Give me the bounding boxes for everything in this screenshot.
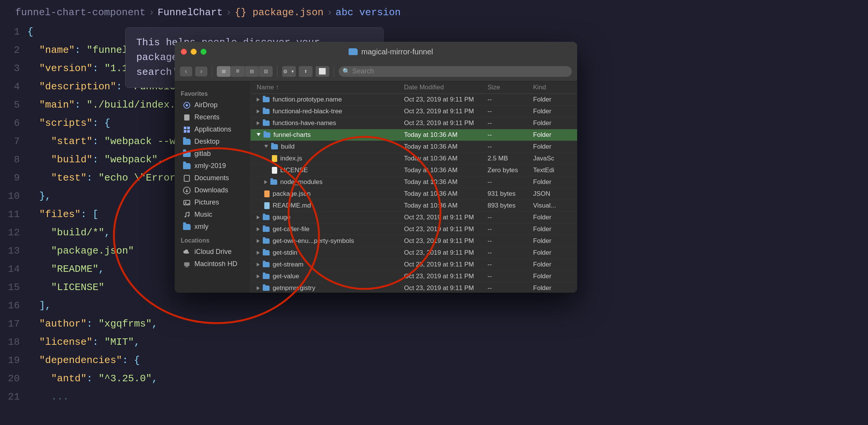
sidebar-item-downloads[interactable]: Downloads <box>177 184 248 196</box>
breadcrumb-part-2: FunnelChart <box>158 7 223 18</box>
sidebar-item-music[interactable]: Music <box>177 209 248 220</box>
sidebar-item-airdrop[interactable]: AirDrop <box>177 99 248 111</box>
file-row-build[interactable]: build Today at 10:36 AM -- Folder <box>251 141 577 153</box>
xmly-folder-icon <box>183 223 191 231</box>
file-row-get-value[interactable]: get-value Oct 23, 2019 at 9:11 PM -- Fol… <box>251 271 577 282</box>
gitlab-folder-icon <box>183 150 191 158</box>
file-row-functional-red-black-tree[interactable]: functional-red-black-tree Oct 23, 2019 a… <box>251 106 577 117</box>
favorites-section-title: Favorites <box>175 89 250 99</box>
title-bar: magical-mirror-funnel <box>175 42 577 62</box>
sidebar-item-desktop[interactable]: Desktop <box>177 136 248 147</box>
music-icon <box>183 211 191 219</box>
column-view-button[interactable]: ⊟ <box>245 66 259 77</box>
applications-icon <box>183 126 191 133</box>
file-list: Name ↑ Date Modified Size Kind function.… <box>251 81 577 293</box>
file-row-getnpmregistry[interactable]: getnpmregistry Oct 23, 2019 at 9:11 PM -… <box>251 282 577 293</box>
folder-icon <box>263 97 270 102</box>
toolbar-separator-1 <box>212 66 212 77</box>
file-row-readme-md[interactable]: README.md Today at 10:36 AM 893 bytes Vi… <box>251 200 577 212</box>
view-controls: ⊞ ≡ ⊟ ⊡ <box>217 66 273 77</box>
grid-view-button[interactable]: ⊞ <box>217 66 230 77</box>
file-row-functions-have-names[interactable]: functions-have-names Oct 23, 2019 at 9:1… <box>251 117 577 129</box>
folder-icon <box>263 227 270 232</box>
svg-point-6 <box>185 201 186 203</box>
expand-triangle <box>257 286 260 290</box>
file-row-license[interactable]: LICENSE Today at 10:36 AM Zero bytes Tex… <box>251 165 577 176</box>
toolbar-separator-3 <box>334 66 334 77</box>
svg-rect-3 <box>184 175 189 181</box>
sidebar-label-gitlab: gitlab <box>194 150 211 158</box>
maximize-button[interactable] <box>200 49 207 55</box>
minimize-button[interactable] <box>191 49 197 55</box>
code-line-16: 16 ], <box>0 297 289 315</box>
sidebar-label-xmly2019: xmly-2019 <box>194 162 226 170</box>
search-bar[interactable]: 🔍 <box>339 66 572 77</box>
file-row-get-stream[interactable]: get-stream Oct 23, 2019 at 9:11 PM -- Fo… <box>251 259 577 271</box>
sidebar-label-desktop: Desktop <box>194 138 219 146</box>
svg-point-7 <box>185 216 186 217</box>
toolbar-separator-2 <box>277 66 278 77</box>
sidebar-label-airdrop: AirDrop <box>194 101 218 109</box>
locations-section-title: Locations <box>175 236 250 246</box>
col-date: Date Modified <box>404 84 488 91</box>
sidebar-label-macintosh-hd: Macintosh HD <box>194 260 237 268</box>
airdrop-icon <box>183 101 191 109</box>
file-row-node-modules[interactable]: node_modules Today at 10:36 AM -- Folder <box>251 176 577 188</box>
file-list-header: Name ↑ Date Modified Size Kind <box>251 81 577 94</box>
sidebar-label-downloads: Downloads <box>194 186 228 194</box>
file-row-gauge[interactable]: gauge Oct 23, 2019 at 9:11 PM -- Folder <box>251 212 577 224</box>
sidebar-label-recents: Recents <box>194 113 219 121</box>
window-title-text: magical-mirror-funnel <box>361 48 433 56</box>
file-row-funnel-charts[interactable]: funnel-charts Today at 10:36 AM -- Folde… <box>251 129 577 141</box>
sidebar-item-recents[interactable]: Recents <box>177 111 248 123</box>
file-row-index-js[interactable]: index.js Today at 10:36 AM 2.5 MB JavaSc <box>251 153 577 165</box>
col-size: Size <box>488 84 533 91</box>
file-row-package-json[interactable]: package.json Today at 10:36 AM 931 bytes… <box>251 188 577 200</box>
desktop-folder-icon <box>183 138 191 146</box>
sidebar-item-icloud[interactable]: iCloud Drive <box>177 246 248 258</box>
sidebar-item-gitlab[interactable]: gitlab <box>177 148 248 160</box>
col-kind: Kind <box>533 84 571 91</box>
folder-icon <box>263 109 270 114</box>
license-file-icon <box>272 167 277 174</box>
sidebar-item-documents[interactable]: Documents <box>177 172 248 184</box>
code-line-18: 18 "license": "MIT", <box>0 333 289 351</box>
gallery-view-button[interactable]: ⊡ <box>259 66 273 77</box>
sidebar-item-pictures[interactable]: Pictures <box>177 197 248 208</box>
sidebar-item-xmly[interactable]: xmly <box>177 221 248 233</box>
col-name: Name ↑ <box>257 84 404 91</box>
expand-triangle <box>257 227 260 231</box>
json-file-icon <box>264 190 270 197</box>
file-row-get-own-enumerable-property-symbols[interactable]: get-own-enu...perty-symbols Oct 23, 2019… <box>251 235 577 247</box>
share-button[interactable]: ⬆ <box>299 66 312 77</box>
expand-triangle <box>257 274 260 278</box>
finder-main-content: Favorites AirDrop Recents Applications <box>175 81 577 293</box>
back-button[interactable]: ‹ <box>180 67 192 76</box>
file-row-get-stdin[interactable]: get-stdin Oct 23, 2019 at 9:11 PM -- Fol… <box>251 247 577 259</box>
folder-icon <box>263 285 270 291</box>
folder-icon <box>263 274 270 279</box>
pictures-icon <box>183 199 191 206</box>
folder-icon <box>263 121 270 126</box>
expand-triangle <box>264 180 267 184</box>
folder-icon <box>349 48 358 55</box>
close-button[interactable] <box>181 49 187 55</box>
folder-icon <box>271 144 278 149</box>
file-row-get-caller-file[interactable]: get-caller-file Oct 23, 2019 at 9:11 PM … <box>251 224 577 235</box>
tags-button[interactable]: ⬜ <box>316 66 329 77</box>
breadcrumb-current: abc version <box>336 7 401 18</box>
sidebar-item-applications[interactable]: Applications <box>177 124 248 135</box>
documents-icon <box>183 174 191 182</box>
list-view-button[interactable]: ≡ <box>231 66 245 77</box>
sidebar-label-documents: Documents <box>194 174 229 182</box>
search-input[interactable] <box>352 67 568 75</box>
sidebar-item-xmly2019[interactable]: xmly-2019 <box>177 160 248 172</box>
file-row-function-prototype-name[interactable]: function.prototype.name Oct 23, 2019 at … <box>251 94 577 106</box>
breadcrumb: funnel-chart-component › FunnelChart › {… <box>15 7 401 18</box>
forward-button[interactable]: › <box>195 67 207 76</box>
sidebar-item-macintosh-hd[interactable]: Macintosh HD <box>177 258 248 270</box>
actions-dropdown[interactable]: ⚙ ▾ <box>282 66 296 77</box>
sidebar-label-icloud: iCloud Drive <box>194 248 232 256</box>
expand-triangle <box>257 263 260 266</box>
downloads-icon <box>183 187 191 194</box>
